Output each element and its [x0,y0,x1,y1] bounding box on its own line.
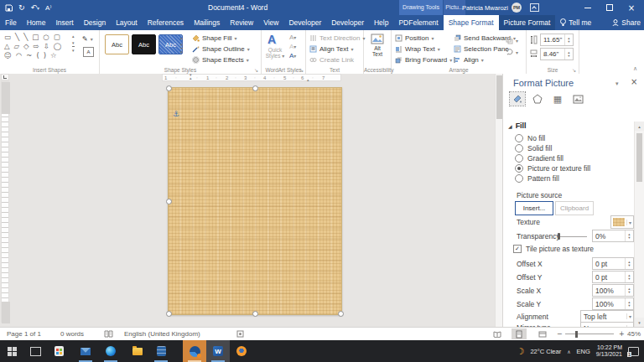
offset-x-input[interactable]: 0 pt ▴▾ [592,257,634,270]
language-switcher[interactable]: ENG [577,348,590,355]
tab-references[interactable]: References [143,15,189,30]
transparency-slider-track[interactable] [558,236,587,237]
styles-up-icon[interactable]: ▴ [180,34,183,41]
tab-review[interactable]: Review [225,15,258,30]
collapse-ribbon-button[interactable]: ∧ [633,65,637,72]
language-indicator[interactable]: English (United Kingdom) [124,328,200,340]
weather-moon-icon[interactable]: ☽ [517,346,525,357]
wordart-dialog-launcher[interactable]: ↘ [299,67,304,73]
radio-gradient-fill[interactable]: Gradient fill [515,154,564,163]
text-box-button[interactable]: A [83,47,94,57]
word-count[interactable]: 0 words [60,328,84,340]
pane-scroll-down-icon[interactable]: ▾ [635,318,644,327]
taskbar-item-mail[interactable] [74,340,97,362]
share-button[interactable]: Share [612,15,641,30]
insert-picture-button[interactable]: Insert... [515,201,553,215]
restore-button[interactable] [600,0,619,15]
position-button[interactable]: Position▾ [395,33,434,44]
pane-tab-fill-line[interactable] [510,92,525,106]
taskbar-item-edge[interactable] [99,340,122,362]
pane-options-dropdown-icon[interactable]: ▾ [615,80,619,87]
tab-shape-format[interactable]: Shape Format [444,15,499,30]
view-print-layout-button[interactable] [512,328,527,340]
redo-icon[interactable]: ↻ [18,3,25,12]
task-view-button[interactable] [23,340,47,362]
clock[interactable]: 10:22 PM9/13/2021 [596,344,622,358]
edit-shape-button[interactable]: ✎▾ [82,34,93,44]
zoom-in-button[interactable]: + [619,328,625,340]
pane-tab-layout-properties[interactable]: ▦ [550,92,565,106]
align-button[interactable]: Align▾ [454,54,484,65]
shape-styles-scroll[interactable]: ▴ ▾ ▾ [180,34,183,55]
document-scrollbar-thumb[interactable] [496,75,502,119]
gallery-down-icon[interactable]: ▾ [72,39,75,46]
resize-handle-top-center[interactable] [252,85,258,91]
shape-effects-button[interactable]: Shape Effects▾ [192,54,249,65]
shape-height-spinner[interactable]: ▴▾ [564,34,573,45]
taskbar-item-word[interactable]: W [206,340,230,362]
ribbon-display-options-button[interactable] [525,0,543,15]
shape-width-input[interactable]: 8.46" ▴▾ [540,48,574,60]
zoom-slider-thumb[interactable] [575,331,578,338]
transparency-slider-thumb[interactable] [558,233,560,240]
tab-developer-1[interactable]: Developer [283,15,326,30]
offset-y-input[interactable]: 0 pt ▴▾ [592,271,634,283]
fill-section-header[interactable]: ◢ Fill [508,122,527,130]
scale-x-spinner[interactable]: ▴▾ [625,285,633,296]
quick-styles-button[interactable]: A [267,33,276,46]
shape-styles-dialog-launcher[interactable]: ↘ [254,67,258,73]
radio-solid-fill[interactable]: Solid fill [515,144,552,153]
shape-gallery-row-2[interactable]: △▱◇⇨⇩◯ [4,42,65,51]
view-web-layout-button[interactable] [535,328,550,340]
tray-expand-icon[interactable]: ∧ [567,349,570,354]
transparency-spinner[interactable]: ▴▾ [625,230,633,241]
tab-developer-2[interactable]: Developer [326,15,369,30]
pane-tab-picture[interactable] [570,92,585,106]
tab-home[interactable]: Home [22,15,51,30]
resize-handle-bottom-left[interactable] [166,311,172,317]
size-dialog-launcher[interactable]: ↘ [572,67,576,73]
proofing-status[interactable] [104,328,113,340]
start-button[interactable] [0,340,23,362]
styles-down-icon[interactable]: ▾ [180,41,183,48]
text-effects-button[interactable]: A▾ [289,51,296,60]
shape-outline-button[interactable]: Shape Outline▾ [192,44,250,54]
shape-style-thumb-1[interactable]: Abc [105,34,129,54]
selection-pane-button[interactable]: Selection Pane [454,44,509,54]
macro-recorder[interactable] [236,328,244,340]
texture-picker[interactable]: ▾ [610,215,634,229]
save-icon[interactable] [5,4,13,12]
scale-y-spinner[interactable]: ▴▾ [625,298,633,309]
shape-gallery-row-3[interactable]: ☺◠~()☆ [4,51,61,60]
taskbar-item-blue-app[interactable] [149,340,173,362]
tab-help[interactable]: Help [369,15,393,30]
tell-me-button[interactable]: Tell me [555,15,596,30]
tab-picture-format[interactable]: Picture Format [499,15,556,30]
shape-height-input[interactable]: 11.65" ▴▾ [540,34,574,46]
tab-selector[interactable] [1,74,9,80]
zoom-slider[interactable] [565,328,614,340]
alignment-dropdown[interactable]: Top left ▾ [580,310,634,323]
pane-scrollbar-thumb[interactable] [636,133,642,182]
taskbar-item-firefox[interactable] [230,340,253,362]
align-text-button[interactable]: Align Text▾ [309,44,354,54]
tab-pdfelement[interactable]: PDFelement [393,15,443,30]
account-chip[interactable]: Patricia Mwarozi PM [462,0,522,15]
pane-close-icon[interactable]: × [631,77,637,86]
radio-picture-or-texture-fill[interactable]: Picture or texture fill [515,164,590,173]
tab-view[interactable]: View [258,15,283,30]
shape-gallery-scroll[interactable]: ▴ ▾ ▾ [72,33,75,54]
minimize-button[interactable] [579,0,597,15]
view-read-mode-button[interactable] [490,328,505,340]
transparency-input[interactable]: 0% ▴▾ [592,230,634,242]
taskbar-item-pdfelement[interactable] [183,340,206,362]
resize-handle-bottom-center[interactable] [252,311,258,317]
tab-insert[interactable]: Insert [50,15,78,30]
tile-picture-checkbox[interactable]: ✓ Tile picture as texture [513,245,594,253]
alt-text-button[interactable] [371,34,384,46]
offset-y-spinner[interactable]: ▴▾ [625,272,633,282]
read-aloud-icon[interactable]: A⁾ [45,4,51,12]
tab-design[interactable]: Design [79,15,111,30]
shape-style-thumb-2[interactable]: Abc [132,34,156,54]
scale-x-input[interactable]: 100% ▴▾ [592,284,634,297]
